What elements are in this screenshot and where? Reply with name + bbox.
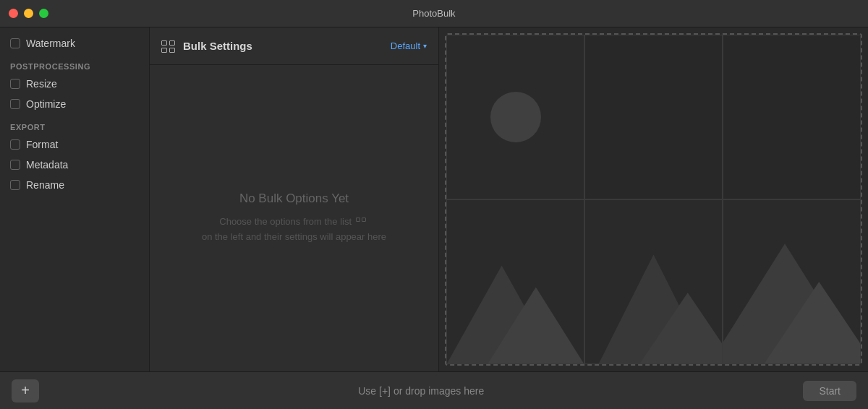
sidebar: Watermark POSTPROCESSING Resize Optimize… bbox=[0, 27, 150, 371]
bulk-settings-header: Bulk Settings Default ▾ bbox=[150, 27, 438, 65]
bulk-settings-title: Bulk Settings bbox=[183, 40, 252, 52]
bulk-settings-panel: Bulk Settings Default ▾ No Bulk Options … bbox=[150, 27, 439, 371]
dashed-drop-border bbox=[445, 33, 862, 366]
mountain-svg-mid bbox=[585, 200, 722, 363]
default-label: Default bbox=[391, 40, 420, 51]
drop-hint: Use [+] or drop images here bbox=[358, 385, 484, 397]
image-drop-area[interactable] bbox=[439, 27, 868, 371]
default-dropdown[interactable]: Default ▾ bbox=[391, 40, 427, 51]
titlebar: PhotoBulk bbox=[0, 0, 868, 27]
image-cell-3 bbox=[723, 35, 861, 199]
watermark-checkbox[interactable] bbox=[10, 38, 20, 48]
postprocessing-section-label: POSTPROCESSING bbox=[0, 53, 149, 74]
mountain-placeholder-right bbox=[723, 200, 860, 363]
start-button[interactable]: Start bbox=[803, 381, 856, 401]
bulk-icon-cell-4 bbox=[169, 48, 175, 53]
main-layout: Watermark POSTPROCESSING Resize Optimize… bbox=[0, 27, 868, 371]
metadata-label: Metadata bbox=[26, 159, 68, 171]
mountain-placeholder-left bbox=[447, 200, 584, 363]
mountain-svg-right bbox=[723, 200, 860, 363]
no-bulk-title: No Bulk Options Yet bbox=[239, 191, 349, 206]
sidebar-item-optimize[interactable]: Optimize bbox=[0, 94, 149, 114]
image-cell-6 bbox=[723, 199, 861, 364]
metadata-checkbox[interactable] bbox=[10, 160, 20, 170]
sun-circle bbox=[490, 92, 541, 142]
inline-cell-1 bbox=[356, 218, 360, 222]
add-button[interactable]: + bbox=[12, 379, 39, 402]
rename-label: Rename bbox=[26, 179, 64, 191]
chevron-down-icon: ▾ bbox=[423, 42, 427, 50]
inline-grid-icon bbox=[356, 218, 367, 227]
bulk-settings-icon bbox=[161, 40, 176, 52]
resize-checkbox[interactable] bbox=[10, 79, 20, 89]
bulk-icon-cell-3 bbox=[161, 48, 167, 53]
export-section-label: EXPORT bbox=[0, 114, 149, 134]
resize-label: Resize bbox=[26, 78, 57, 90]
no-bulk-subtitle: Choose the options from the list on the … bbox=[202, 215, 386, 245]
bulk-icon-cell-2 bbox=[169, 40, 175, 46]
bottom-bar: + Use [+] or drop images here Start bbox=[0, 371, 868, 409]
bulk-settings-body: No Bulk Options Yet Choose the options f… bbox=[150, 65, 438, 371]
minimize-button[interactable] bbox=[24, 9, 33, 18]
optimize-checkbox[interactable] bbox=[10, 99, 20, 109]
image-cell-5 bbox=[584, 199, 723, 364]
sidebar-item-watermark[interactable]: Watermark bbox=[0, 33, 149, 53]
sidebar-item-resize[interactable]: Resize bbox=[0, 74, 149, 94]
bulk-icon-cell-1 bbox=[161, 40, 167, 46]
mountain-svg-left bbox=[447, 200, 584, 363]
rename-checkbox[interactable] bbox=[10, 180, 20, 190]
image-cell-1 bbox=[446, 35, 584, 199]
window-controls bbox=[9, 9, 48, 18]
optimize-label: Optimize bbox=[26, 98, 66, 110]
image-cell-2 bbox=[584, 35, 723, 199]
sidebar-item-format[interactable]: Format bbox=[0, 134, 149, 155]
format-checkbox[interactable] bbox=[10, 139, 20, 150]
app-title: PhotoBulk bbox=[412, 8, 455, 19]
format-label: Format bbox=[26, 139, 58, 150]
bulk-settings-title-group: Bulk Settings bbox=[161, 40, 252, 52]
mountain-placeholder-mid bbox=[585, 200, 722, 363]
close-button[interactable] bbox=[9, 9, 18, 18]
image-placeholder-sun bbox=[447, 35, 584, 199]
sidebar-item-rename[interactable]: Rename bbox=[0, 175, 149, 195]
inline-cell-2 bbox=[362, 218, 366, 222]
content-area: Bulk Settings Default ▾ No Bulk Options … bbox=[150, 27, 868, 371]
sidebar-item-metadata[interactable]: Metadata bbox=[0, 155, 149, 175]
image-cell-4 bbox=[446, 199, 584, 364]
maximize-button[interactable] bbox=[39, 9, 48, 18]
watermark-label: Watermark bbox=[26, 38, 75, 49]
